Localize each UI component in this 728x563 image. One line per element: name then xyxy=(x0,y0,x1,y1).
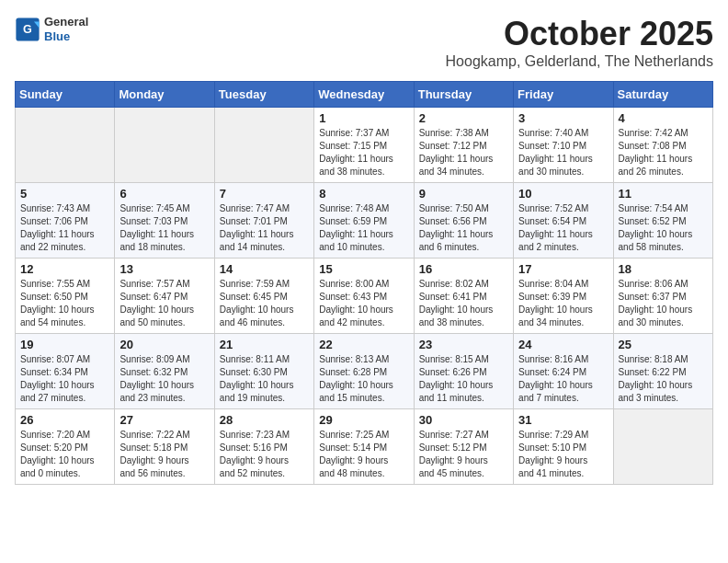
table-row: 7Sunrise: 7:47 AMSunset: 7:01 PMDaylight… xyxy=(214,183,313,259)
header-monday: Monday xyxy=(115,82,214,108)
table-row: 30Sunrise: 7:27 AMSunset: 5:12 PMDayligh… xyxy=(414,409,513,485)
day-info: Sunrise: 7:57 AMSunset: 6:47 PMDaylight:… xyxy=(119,278,209,329)
day-info: Sunrise: 7:55 AMSunset: 6:50 PMDaylight:… xyxy=(20,278,109,329)
logo-general: General xyxy=(44,15,88,29)
calendar-week-row: 1Sunrise: 7:37 AMSunset: 7:15 PMDaylight… xyxy=(16,108,713,183)
day-number: 12 xyxy=(20,262,109,276)
day-number: 23 xyxy=(419,338,508,351)
table-row: 9Sunrise: 7:50 AMSunset: 6:56 PMDaylight… xyxy=(414,183,513,259)
day-number: 31 xyxy=(518,413,608,427)
table-row: 13Sunrise: 7:57 AMSunset: 6:47 PMDayligh… xyxy=(115,259,214,334)
header-tuesday: Tuesday xyxy=(214,82,313,108)
header-saturday: Saturday xyxy=(613,82,712,108)
day-info: Sunrise: 7:42 AMSunset: 7:08 PMDaylight:… xyxy=(619,127,708,178)
weekday-header-row: Sunday Monday Tuesday Wednesday Thursday… xyxy=(16,82,713,108)
table-row: 25Sunrise: 8:18 AMSunset: 6:22 PMDayligh… xyxy=(613,334,712,409)
day-number: 13 xyxy=(119,262,209,276)
day-info: Sunrise: 7:25 AMSunset: 5:14 PMDaylight:… xyxy=(319,429,408,480)
table-row: 16Sunrise: 8:02 AMSunset: 6:41 PMDayligh… xyxy=(414,259,513,334)
page-header: G General Blue October 2025 Hoogkamp, Ge… xyxy=(15,15,713,70)
table-row: 8Sunrise: 7:48 AMSunset: 6:59 PMDaylight… xyxy=(314,183,414,259)
day-number: 11 xyxy=(619,187,708,201)
day-number: 5 xyxy=(20,187,109,201)
table-row: 4Sunrise: 7:42 AMSunset: 7:08 PMDaylight… xyxy=(613,108,712,183)
table-row: 23Sunrise: 8:15 AMSunset: 6:26 PMDayligh… xyxy=(414,334,513,409)
day-number: 19 xyxy=(20,338,109,351)
location-subtitle: Hoogkamp, Gelderland, The Netherlands xyxy=(446,53,713,70)
day-number: 25 xyxy=(619,338,708,351)
logo-blue: Blue xyxy=(44,29,88,44)
table-row: 26Sunrise: 7:20 AMSunset: 5:20 PMDayligh… xyxy=(16,409,115,485)
day-info: Sunrise: 8:11 AMSunset: 6:30 PMDaylight:… xyxy=(220,353,309,405)
table-row: 11Sunrise: 7:54 AMSunset: 6:52 PMDayligh… xyxy=(613,183,712,259)
table-row: 5Sunrise: 7:43 AMSunset: 7:06 PMDaylight… xyxy=(16,183,115,259)
day-info: Sunrise: 7:29 AMSunset: 5:10 PMDaylight:… xyxy=(518,429,608,480)
table-row: 6Sunrise: 7:45 AMSunset: 7:03 PMDaylight… xyxy=(115,183,214,259)
day-number: 1 xyxy=(319,111,408,125)
day-number: 22 xyxy=(319,338,408,351)
calendar-week-row: 5Sunrise: 7:43 AMSunset: 7:06 PMDaylight… xyxy=(16,183,713,259)
logo-icon: G xyxy=(15,17,40,42)
header-friday: Friday xyxy=(514,82,613,108)
table-row: 12Sunrise: 7:55 AMSunset: 6:50 PMDayligh… xyxy=(16,259,115,334)
day-info: Sunrise: 7:47 AMSunset: 7:01 PMDaylight:… xyxy=(220,202,309,254)
day-info: Sunrise: 7:43 AMSunset: 7:06 PMDaylight:… xyxy=(20,202,109,254)
day-info: Sunrise: 7:54 AMSunset: 6:52 PMDaylight:… xyxy=(619,202,708,254)
day-info: Sunrise: 7:27 AMSunset: 5:12 PMDaylight:… xyxy=(419,429,508,480)
day-number: 29 xyxy=(319,413,408,427)
day-info: Sunrise: 7:38 AMSunset: 7:12 PMDaylight:… xyxy=(419,127,508,178)
day-info: Sunrise: 7:52 AMSunset: 6:54 PMDaylight:… xyxy=(518,202,608,254)
day-info: Sunrise: 8:09 AMSunset: 6:32 PMDaylight:… xyxy=(119,353,209,405)
header-wednesday: Wednesday xyxy=(314,82,414,108)
day-number: 3 xyxy=(518,111,608,125)
day-number: 21 xyxy=(220,338,309,351)
day-info: Sunrise: 8:16 AMSunset: 6:24 PMDaylight:… xyxy=(518,353,608,405)
day-number: 20 xyxy=(119,338,209,351)
day-number: 15 xyxy=(319,262,408,276)
day-info: Sunrise: 8:02 AMSunset: 6:41 PMDaylight:… xyxy=(419,278,508,329)
table-row: 18Sunrise: 8:06 AMSunset: 6:37 PMDayligh… xyxy=(613,259,712,334)
table-row: 27Sunrise: 7:22 AMSunset: 5:18 PMDayligh… xyxy=(115,409,214,485)
day-info: Sunrise: 7:22 AMSunset: 5:18 PMDaylight:… xyxy=(119,429,209,480)
day-info: Sunrise: 8:00 AMSunset: 6:43 PMDaylight:… xyxy=(319,278,408,329)
day-number: 7 xyxy=(220,187,309,201)
table-row xyxy=(16,108,115,183)
day-number: 14 xyxy=(220,262,309,276)
calendar-week-row: 12Sunrise: 7:55 AMSunset: 6:50 PMDayligh… xyxy=(16,259,713,334)
table-row: 17Sunrise: 8:04 AMSunset: 6:39 PMDayligh… xyxy=(514,259,613,334)
day-info: Sunrise: 7:45 AMSunset: 7:03 PMDaylight:… xyxy=(119,202,209,254)
table-row: 28Sunrise: 7:23 AMSunset: 5:16 PMDayligh… xyxy=(214,409,313,485)
table-row: 3Sunrise: 7:40 AMSunset: 7:10 PMDaylight… xyxy=(514,108,613,183)
table-row xyxy=(613,409,712,485)
svg-text:G: G xyxy=(23,23,32,36)
day-info: Sunrise: 7:20 AMSunset: 5:20 PMDaylight:… xyxy=(20,429,109,480)
day-number: 16 xyxy=(419,262,508,276)
day-number: 8 xyxy=(319,187,408,201)
title-area: October 2025 Hoogkamp, Gelderland, The N… xyxy=(446,15,713,70)
calendar-week-row: 26Sunrise: 7:20 AMSunset: 5:20 PMDayligh… xyxy=(16,409,713,485)
day-info: Sunrise: 8:18 AMSunset: 6:22 PMDaylight:… xyxy=(619,353,708,405)
table-row: 1Sunrise: 7:37 AMSunset: 7:15 PMDaylight… xyxy=(314,108,414,183)
day-number: 30 xyxy=(419,413,508,427)
day-number: 18 xyxy=(619,262,708,276)
table-row: 21Sunrise: 8:11 AMSunset: 6:30 PMDayligh… xyxy=(214,334,313,409)
table-row: 19Sunrise: 8:07 AMSunset: 6:34 PMDayligh… xyxy=(16,334,115,409)
month-title: October 2025 xyxy=(446,15,713,53)
day-info: Sunrise: 8:04 AMSunset: 6:39 PMDaylight:… xyxy=(518,278,608,329)
day-number: 9 xyxy=(419,187,508,201)
table-row: 14Sunrise: 7:59 AMSunset: 6:45 PMDayligh… xyxy=(214,259,313,334)
table-row xyxy=(214,108,313,183)
day-info: Sunrise: 7:59 AMSunset: 6:45 PMDaylight:… xyxy=(220,278,309,329)
day-number: 28 xyxy=(220,413,309,427)
table-row: 15Sunrise: 8:00 AMSunset: 6:43 PMDayligh… xyxy=(314,259,414,334)
day-info: Sunrise: 7:40 AMSunset: 7:10 PMDaylight:… xyxy=(518,127,608,178)
day-info: Sunrise: 7:23 AMSunset: 5:16 PMDaylight:… xyxy=(220,429,309,480)
day-info: Sunrise: 8:06 AMSunset: 6:37 PMDaylight:… xyxy=(619,278,708,329)
logo-text: General Blue xyxy=(44,15,88,43)
calendar-table: Sunday Monday Tuesday Wednesday Thursday… xyxy=(15,81,713,485)
table-row: 22Sunrise: 8:13 AMSunset: 6:28 PMDayligh… xyxy=(314,334,414,409)
day-number: 17 xyxy=(518,262,608,276)
calendar-week-row: 19Sunrise: 8:07 AMSunset: 6:34 PMDayligh… xyxy=(16,334,713,409)
day-number: 4 xyxy=(619,111,708,125)
day-info: Sunrise: 7:48 AMSunset: 6:59 PMDaylight:… xyxy=(319,202,408,254)
